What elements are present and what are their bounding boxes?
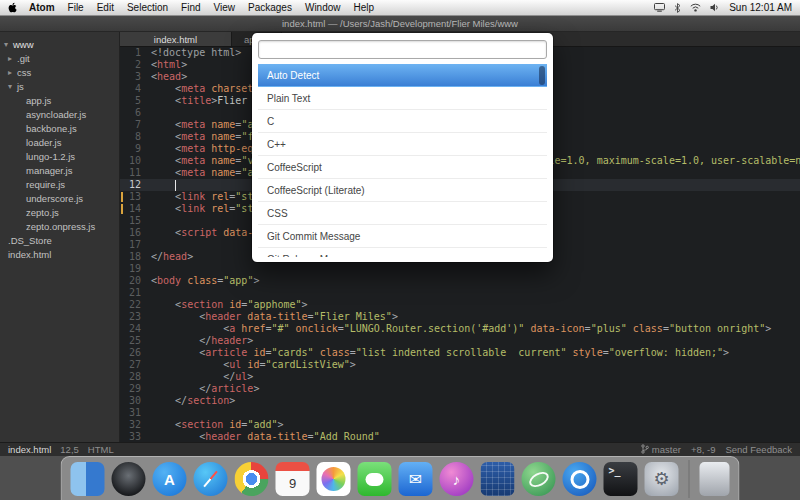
code-line[interactable]: <section id="apphome"> — [147, 299, 800, 311]
tree-file-app.js[interactable]: app.js — [0, 93, 119, 107]
tree-file-.ds_store[interactable]: .DS_Store — [0, 233, 119, 247]
code-line[interactable]: </header> — [147, 335, 800, 347]
line-number[interactable]: 9 — [120, 143, 147, 155]
tree-file-zepto.onpress.js[interactable]: zepto.onpress.js — [0, 219, 119, 233]
line-number[interactable]: 29 — [120, 383, 147, 395]
grammar-item-c++[interactable]: C++ — [258, 133, 547, 156]
apple-menu-icon[interactable] — [8, 2, 17, 13]
line-number[interactable]: 2 — [120, 59, 147, 71]
tree-folder-js[interactable]: ▾js — [0, 79, 119, 93]
grammar-item-coffeescript[interactable]: CoffeeScript — [258, 156, 547, 179]
line-number[interactable]: 17 — [120, 239, 147, 251]
status-grammar[interactable]: HTML — [88, 444, 114, 455]
grammar-item-c[interactable]: C — [258, 110, 547, 133]
menu-item-view[interactable]: View — [214, 2, 236, 13]
quicktime-icon[interactable] — [563, 462, 597, 496]
launchpad-icon[interactable] — [112, 462, 146, 496]
grammar-item-coffeescript-(literate)[interactable]: CoffeeScript (Literate) — [258, 179, 547, 202]
line-number[interactable]: 10 — [120, 155, 147, 167]
tree-file-manager.js[interactable]: manager.js — [0, 163, 119, 177]
code-line[interactable] — [147, 287, 800, 299]
grammar-filter-input[interactable] — [258, 40, 547, 59]
send-feedback-link[interactable]: Send Feedback — [725, 444, 792, 455]
menu-item-file[interactable]: File — [68, 2, 84, 13]
code-line[interactable]: <ul id="cardListView"> — [147, 359, 800, 371]
tab-index.html[interactable]: index.html — [120, 32, 232, 46]
tree-file-index.html[interactable]: index.html — [0, 247, 119, 261]
trash-icon[interactable] — [700, 462, 730, 496]
scrollbar-thumb[interactable] — [539, 66, 545, 85]
itunes-icon[interactable] — [440, 462, 474, 496]
code-line[interactable]: <a href="#" onclick="LUNGO.Router.sectio… — [147, 323, 800, 335]
menu-item-help[interactable]: Help — [354, 2, 375, 13]
photos-icon[interactable] — [317, 462, 351, 496]
line-number[interactable]: 32 — [120, 419, 147, 431]
line-number[interactable]: 7 — [120, 119, 147, 131]
tree-file-asyncloader.js[interactable]: asyncloader.js — [0, 107, 119, 121]
status-cursor-position[interactable]: 12,5 — [60, 444, 79, 455]
line-number[interactable]: 20 — [120, 275, 147, 287]
line-number[interactable]: 4 — [120, 83, 147, 95]
code-line[interactable]: <body class="app"> — [147, 275, 800, 287]
line-number[interactable]: 24 — [120, 323, 147, 335]
line-number[interactable]: 18 — [120, 251, 147, 263]
tree-file-backbone.js[interactable]: backbone.js — [0, 121, 119, 135]
code-line[interactable]: <article id="cards" class="list indented… — [147, 347, 800, 359]
tree-folder-.git[interactable]: ▸.git — [0, 51, 119, 65]
menu-bar-clock[interactable]: Sun 12:01 AM — [729, 2, 792, 13]
code-line[interactable]: <header data-title="Add Round" — [147, 431, 800, 442]
line-number[interactable]: 31 — [120, 407, 147, 419]
line-number[interactable]: 28 — [120, 371, 147, 383]
grammar-item-auto-detect[interactable]: Auto Detect — [258, 64, 547, 87]
app-store-icon[interactable] — [153, 462, 187, 496]
terminal-icon[interactable] — [604, 462, 638, 496]
line-number[interactable]: 6 — [120, 107, 147, 119]
code-line[interactable]: <section id="add"> — [147, 419, 800, 431]
tree-file-lungo-1.2.js[interactable]: lungo-1.2.js — [0, 149, 119, 163]
bluetooth-icon[interactable] — [674, 3, 681, 13]
mail-icon[interactable] — [399, 462, 433, 496]
system-preferences-icon[interactable] — [645, 462, 679, 496]
calendar-icon[interactable]: 9 — [276, 462, 310, 496]
tree-file-zepto.js[interactable]: zepto.js — [0, 205, 119, 219]
code-line[interactable] — [147, 407, 800, 419]
tree-folder-css[interactable]: ▸css — [0, 65, 119, 79]
line-number[interactable]: 3 — [120, 71, 147, 83]
line-number[interactable]: 23 — [120, 311, 147, 323]
chrome-icon[interactable] — [235, 462, 269, 496]
line-number[interactable]: 22 — [120, 299, 147, 311]
menu-item-selection[interactable]: Selection — [127, 2, 168, 13]
grammar-item-git-commit-message[interactable]: Git Commit Message — [258, 225, 547, 248]
line-number[interactable]: 27 — [120, 359, 147, 371]
line-number[interactable]: 11 — [120, 167, 147, 179]
code-line[interactable]: <header data-title="Flier Miles"> — [147, 311, 800, 323]
menu-item-window[interactable]: Window — [305, 2, 341, 13]
safari-icon[interactable] — [194, 462, 228, 496]
window-title-bar[interactable]: index.html — /Users/Jash/Development/Fli… — [0, 16, 800, 32]
tree-root-folder[interactable]: ▾www — [0, 37, 119, 51]
atom-icon[interactable] — [522, 462, 556, 496]
line-number[interactable]: 30 — [120, 395, 147, 407]
xcode-icon[interactable] — [481, 462, 515, 496]
line-number[interactable]: 25 — [120, 335, 147, 347]
menu-item-find[interactable]: Find — [181, 2, 200, 13]
code-line[interactable] — [147, 263, 800, 275]
grammar-item-css[interactable]: CSS — [258, 202, 547, 225]
line-number[interactable]: 16 — [120, 227, 147, 239]
menu-item-atom[interactable]: Atom — [29, 2, 55, 13]
line-number[interactable]: 1 — [120, 47, 147, 59]
code-line[interactable]: </ul> — [147, 371, 800, 383]
tree-file-loader.js[interactable]: loader.js — [0, 135, 119, 149]
line-number[interactable]: 8 — [120, 131, 147, 143]
line-number[interactable]: 12 — [120, 179, 147, 191]
tree-file-require.js[interactable]: require.js — [0, 177, 119, 191]
line-number[interactable]: 26 — [120, 347, 147, 359]
grammar-item-plain-text[interactable]: Plain Text — [258, 87, 547, 110]
code-line[interactable]: </article> — [147, 383, 800, 395]
line-number[interactable]: 21 — [120, 287, 147, 299]
code-line[interactable]: </section> — [147, 395, 800, 407]
tree-file-underscore.js[interactable]: underscore.js — [0, 191, 119, 205]
line-number[interactable]: 14 — [120, 203, 147, 215]
finder-icon[interactable] — [71, 462, 105, 496]
line-number[interactable]: 15 — [120, 215, 147, 227]
